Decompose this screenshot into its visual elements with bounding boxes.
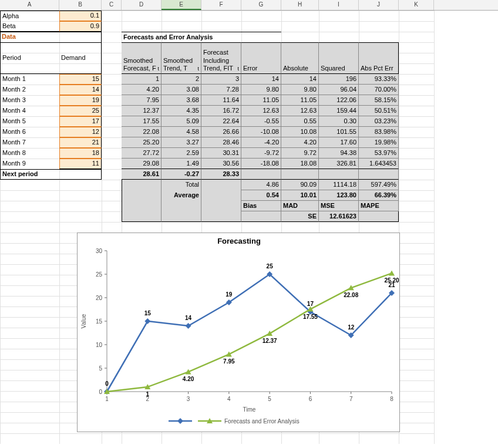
err-2[interactable]: 11.05	[241, 95, 281, 106]
err-4[interactable]: -0.55	[241, 116, 281, 127]
tt-0[interactable]: 2	[161, 74, 201, 85]
period-5[interactable]: Month 6	[0, 127, 59, 137]
next-ft[interactable]: 28.61	[122, 169, 161, 180]
hdr-period[interactable]: Period	[0, 42, 59, 74]
demand-1[interactable]: 14	[59, 85, 102, 95]
column-header-J[interactable]: J	[359, 0, 399, 10]
err-5[interactable]: -10.08	[241, 127, 281, 137]
abs-8[interactable]: 18.08	[281, 159, 319, 169]
sq-6[interactable]: 17.60	[319, 137, 359, 148]
demand-5[interactable]: 12	[59, 127, 102, 137]
total-val-8[interactable]: 1114.18	[319, 180, 359, 190]
cell[interactable]	[122, 201, 161, 211]
next-tt[interactable]: -0.27	[161, 169, 201, 180]
pct-6[interactable]: 19.98%	[359, 137, 399, 148]
cell[interactable]	[201, 190, 241, 201]
fit-1[interactable]: 7.28	[201, 85, 241, 95]
next-period-label[interactable]: Next period	[0, 169, 102, 180]
abs-3[interactable]: 12.63	[281, 106, 319, 116]
fit-2[interactable]: 11.64	[201, 95, 241, 106]
demand-3[interactable]: 25	[59, 106, 102, 116]
avg-label[interactable]: Average	[161, 190, 201, 201]
cell[interactable]	[201, 180, 241, 190]
total-val-9[interactable]: 597.49%	[359, 180, 399, 190]
period-7[interactable]: Month 8	[0, 148, 59, 159]
cell[interactable]	[122, 190, 161, 201]
next-blank-6[interactable]	[241, 169, 281, 180]
pct-8[interactable]: 1.643453	[359, 159, 399, 169]
err-7[interactable]: -9.72	[241, 148, 281, 159]
demand-2[interactable]: 19	[59, 95, 102, 106]
sq-8[interactable]: 326.81	[319, 159, 359, 169]
cell[interactable]	[161, 211, 201, 222]
forecast-chart[interactable]: 0510152025301234567801514192517122114.20…	[77, 233, 400, 432]
avg-val-7[interactable]: 10.01	[281, 190, 319, 201]
column-header-E[interactable]: E	[161, 0, 201, 10]
hdr-squared[interactable]: Squared	[319, 42, 359, 74]
hdr-smoothed-forecast[interactable]: Smoothed Forecast, Ft	[122, 42, 161, 74]
column-header-K[interactable]: K	[399, 0, 434, 10]
demand-0[interactable]: 15	[59, 74, 102, 85]
ft-2[interactable]: 7.95	[122, 95, 161, 106]
alpha-value[interactable]: 0.1	[59, 11, 102, 21]
alpha-label[interactable]: Alpha	[0, 11, 59, 21]
err-6[interactable]: -4.20	[241, 137, 281, 148]
hdr-smoothed-trend[interactable]: Smoothed Trend, Tt	[161, 42, 201, 74]
cell[interactable]	[201, 201, 241, 211]
sq-4[interactable]: 0.30	[319, 116, 359, 127]
period-0[interactable]: Month 1	[0, 74, 59, 85]
column-headers[interactable]: ABCDEFGHIJK	[0, 0, 498, 11]
pct-3[interactable]: 50.51%	[359, 106, 399, 116]
fit-8[interactable]: 30.56	[201, 159, 241, 169]
pct-4[interactable]: 03.23%	[359, 116, 399, 127]
period-2[interactable]: Month 3	[0, 95, 59, 106]
total-label[interactable]: Total	[161, 180, 201, 190]
ft-7[interactable]: 27.72	[122, 148, 161, 159]
tt-4[interactable]: 5.09	[161, 116, 201, 127]
spreadsheet[interactable]: ABCDEFGHIJK Alpha0.1Beta0.9DataForecasts…	[0, 0, 498, 444]
stat-Bias[interactable]: Bias	[241, 201, 281, 211]
fit-3[interactable]: 16.72	[201, 106, 241, 116]
fit-7[interactable]: 30.31	[201, 148, 241, 159]
hdr-absolute[interactable]: Absolute	[281, 42, 319, 74]
stat-MAPE[interactable]: MAPE	[359, 201, 399, 211]
sq-0[interactable]: 196	[319, 74, 359, 85]
ft-4[interactable]: 17.55	[122, 116, 161, 127]
cell[interactable]	[122, 211, 161, 222]
err-0[interactable]: 14	[241, 74, 281, 85]
avg-val-8[interactable]: 123.80	[319, 190, 359, 201]
column-header-H[interactable]: H	[281, 0, 319, 10]
total-val-7[interactable]: 90.09	[281, 180, 319, 190]
demand-4[interactable]: 17	[59, 116, 102, 127]
stat-MAD[interactable]: MAD	[281, 201, 319, 211]
period-6[interactable]: Month 7	[0, 137, 59, 148]
fit-6[interactable]: 28.46	[201, 137, 241, 148]
stat-MSE[interactable]: MSE	[319, 201, 359, 211]
ft-8[interactable]: 29.08	[122, 159, 161, 169]
period-4[interactable]: Month 5	[0, 116, 59, 127]
hdr-error[interactable]: Error	[241, 42, 281, 74]
column-header-A[interactable]: A	[0, 0, 59, 10]
cell[interactable]	[241, 211, 281, 222]
cell[interactable]	[201, 211, 241, 222]
period-1[interactable]: Month 2	[0, 85, 59, 95]
column-header-D[interactable]: D	[122, 0, 161, 10]
ft-0[interactable]: 1	[122, 74, 161, 85]
cell[interactable]	[122, 180, 161, 190]
demand-8[interactable]: 11	[59, 159, 102, 169]
se-val[interactable]: 12.61623	[319, 211, 359, 222]
beta-value[interactable]: 0.9	[59, 21, 102, 32]
tt-7[interactable]: 2.59	[161, 148, 201, 159]
total-val-6[interactable]: 4.86	[241, 180, 281, 190]
abs-6[interactable]: 4.20	[281, 137, 319, 148]
pct-7[interactable]: 53.97%	[359, 148, 399, 159]
fit-4[interactable]: 22.64	[201, 116, 241, 127]
pct-5[interactable]: 83.98%	[359, 127, 399, 137]
fit-5[interactable]: 26.66	[201, 127, 241, 137]
se-label[interactable]: SE	[281, 211, 319, 222]
fit-0[interactable]: 3	[201, 74, 241, 85]
err-1[interactable]: 9.80	[241, 85, 281, 95]
column-header-I[interactable]: I	[319, 0, 359, 10]
column-header-F[interactable]: F	[201, 0, 241, 10]
column-header-B[interactable]: B	[59, 0, 102, 10]
